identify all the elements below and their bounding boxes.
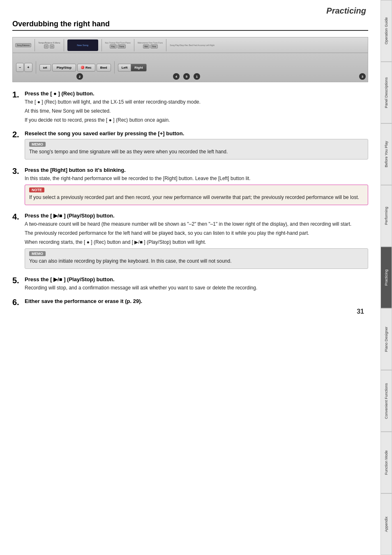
step-6-number: 6. bbox=[12, 298, 21, 306]
step-5-content: Press the [ ▶/■ ] (Play/Stop) button. Re… bbox=[25, 276, 368, 293]
step-3: 3. Press the [Right] button so it's blin… bbox=[12, 167, 368, 208]
panel-minus-plus: − + bbox=[16, 63, 32, 72]
step-3-body-0: In this state, the right-hand performanc… bbox=[25, 175, 368, 182]
panel-transport-buttons: set Play/Stop Rec Bwd bbox=[39, 64, 111, 72]
step-5-body-0: Recording will stop, and a confirmation … bbox=[25, 284, 368, 291]
step-1-body-1: At this time, New Song will be selected. bbox=[25, 107, 368, 115]
sidebar-tab-operation-guide[interactable]: Operation Guide bbox=[380, 0, 392, 62]
sidebar-tab-appendix[interactable]: Appendix bbox=[380, 493, 392, 555]
step-4-content: Press the [ ▶/■ ] (Play/Stop) button. A … bbox=[25, 213, 368, 271]
panel-key-btn: Key bbox=[110, 44, 117, 49]
section-heading: Overdubbing the right hand bbox=[12, 20, 368, 31]
page-title: Practicing bbox=[12, 6, 368, 16]
sidebar-tab-practicing[interactable]: Practicing bbox=[380, 247, 392, 308]
panel-tune-btn: Fine bbox=[150, 44, 158, 49]
step-3-title: Press the [Right] button so it's blinkin… bbox=[25, 167, 368, 173]
step-4-body-2: When recording starts, the [ ● ] (Rec) b… bbox=[25, 238, 368, 246]
step-1-title: Press the [ ● ] (Rec) button. bbox=[25, 90, 368, 97]
step-6-title: Either save the performance or erase it … bbox=[25, 298, 368, 304]
panel-display-screen: New Song bbox=[67, 39, 98, 51]
panel-image: Song Balance Tempo/Balance R.Menu − + Ne… bbox=[12, 37, 368, 82]
panel-tempo-controls: Tempo/Balance R.Menu − + bbox=[38, 42, 60, 49]
step-4-memo-text: You can also initiate recording by playi… bbox=[29, 257, 364, 265]
panel-left-controls: Song Balance bbox=[15, 43, 31, 47]
panel-minus-button: − bbox=[16, 63, 24, 72]
sidebar-tab-panel-descriptions[interactable]: Panel Descriptions bbox=[380, 62, 392, 123]
step-1-body-0: The [ ● ] (Rec) button will light, and t… bbox=[25, 98, 368, 106]
main-content: Practicing Overdubbing the right hand So… bbox=[0, 0, 380, 324]
panel-left-right-buttons: Left Right bbox=[118, 64, 147, 72]
panel-set-button: set bbox=[39, 64, 51, 71]
step-5: 5. Press the [ ▶/■ ] (Play/Stop) button.… bbox=[12, 276, 368, 293]
memo-label-4: MEMO bbox=[29, 251, 46, 256]
step-3-content: Press the [Right] button so it's blinkin… bbox=[25, 167, 368, 208]
panel-right-button: Right bbox=[131, 64, 146, 72]
panel-rec-dot bbox=[81, 66, 84, 69]
step-1: 1. Press the [ ● ] (Rec) button. The [ ●… bbox=[12, 90, 368, 125]
panel-left-button: Left bbox=[118, 64, 131, 72]
step-5-title: Press the [ ▶/■ ] (Play/Stop) button. bbox=[25, 276, 368, 282]
panel-transport-labels: Song Play/Stop Rec Bwd Fwd Accomp Left R… bbox=[170, 44, 214, 46]
sidebar-tab-convenient-functions[interactable]: Convenient Functions bbox=[380, 370, 392, 432]
callout-1: 1 bbox=[194, 73, 200, 80]
panel-plus-button: + bbox=[24, 63, 32, 72]
sidebar-tab-before-you-play[interactable]: Before You Play bbox=[380, 123, 392, 185]
step-1-number: 1. bbox=[12, 90, 21, 125]
step-3-number: 3. bbox=[12, 167, 21, 208]
step-2: 2. Reselect the song you saved earlier b… bbox=[12, 130, 368, 162]
step-2-memo-text: The song's tempo and time signature will… bbox=[29, 148, 364, 155]
panel-top-strip: Song Balance Tempo/Balance R.Menu − + Ne… bbox=[13, 37, 368, 53]
step-2-memo: MEMO The song's tempo and time signature… bbox=[25, 139, 368, 160]
step-4-number: 4. bbox=[12, 213, 21, 271]
step-2-title: Reselect the song you saved earlier by p… bbox=[25, 130, 368, 136]
callout-4: 4 bbox=[173, 73, 180, 80]
panel-up-btn: + bbox=[50, 44, 54, 49]
callout-3: 3 bbox=[359, 73, 366, 80]
sidebar: Operation Guide Panel Descriptions Befor… bbox=[380, 0, 392, 555]
step-4: 4. Press the [ ▶/■ ] (Play/Stop) button.… bbox=[12, 213, 368, 271]
callout-2: 2 bbox=[76, 73, 83, 80]
panel-play-stop-button: Play/Stop bbox=[52, 64, 76, 72]
step-4-memo: MEMO You can also initiate recording by … bbox=[25, 248, 368, 269]
step-2-number: 2. bbox=[12, 130, 21, 162]
panel-bwd-button: Bwd bbox=[97, 64, 111, 72]
panel-rec-button: Rec bbox=[77, 64, 95, 72]
step-6: 6. Either save the performance or erase … bbox=[12, 298, 368, 306]
sidebar-tab-performing[interactable]: Performing bbox=[380, 185, 392, 247]
step-1-body-2: If you decide not to record, press the [… bbox=[25, 116, 368, 124]
callout-5: 5 bbox=[183, 73, 190, 80]
step-2-content: Reselect the song you saved earlier by p… bbox=[25, 130, 368, 162]
step-4-title: Press the [ ▶/■ ] (Play/Stop) button. bbox=[25, 213, 368, 219]
panel-key-section: Key Transp Pan/Tune Piano Key Trans bbox=[105, 42, 131, 49]
panel-song-balance-btn: Song Balance bbox=[15, 43, 31, 47]
step-3-note-text: If you select a previously recorded part… bbox=[29, 194, 364, 201]
page-number: 31 bbox=[357, 308, 364, 315]
step-4-body-1: The previously recorded performance for … bbox=[25, 229, 368, 237]
memo-label: MEMO bbox=[29, 142, 46, 147]
panel-trans-btn: Trans bbox=[118, 44, 126, 49]
note-label: NOTE bbox=[29, 187, 44, 192]
sidebar-tab-function-mode[interactable]: Function Mode bbox=[380, 432, 392, 493]
sidebar-tab-piano-designer[interactable]: Piano Designer bbox=[380, 308, 392, 370]
panel-bottom-strip: − + set Play/Stop Rec Bwd bbox=[13, 53, 368, 82]
panel-down-btn: − bbox=[44, 44, 48, 49]
step-4-body-0: A two-measure count will be heard (the m… bbox=[25, 220, 368, 228]
panel-metronome-section: Metronome Fine Tune Func Met Fine bbox=[138, 42, 163, 49]
panel-met-btn: Met bbox=[143, 44, 150, 49]
step-6-content: Either save the performance or erase it … bbox=[25, 298, 368, 306]
step-5-number: 5. bbox=[12, 276, 21, 293]
step-3-note: NOTE If you select a previously recorded… bbox=[25, 185, 368, 205]
step-1-content: Press the [ ● ] (Rec) button. The [ ● ] … bbox=[25, 90, 368, 125]
